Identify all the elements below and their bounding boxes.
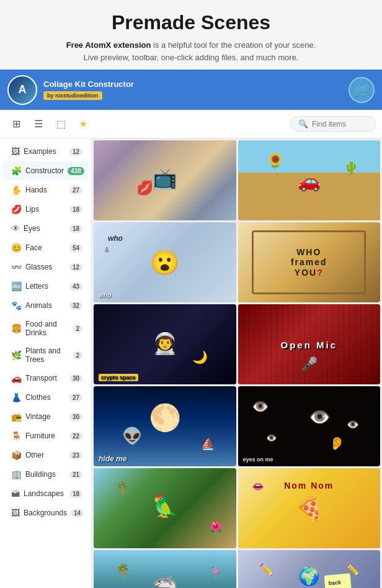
sidebar-item-vintage[interactable]: 📻 Vintage 30 — [2, 407, 89, 426]
scene-card[interactable]: 👨‍🚀 🌙 crypto space — [94, 304, 236, 384]
scene-card[interactable]: Open Mic 🎤 — [238, 304, 381, 384]
letters-badge: 43 — [69, 283, 82, 291]
scene-content: 🦈 🌴 🦩 SHARK powerful — [94, 550, 236, 588]
scene-content: WHOframedYOU? — [238, 222, 381, 302]
scene-content: 🌍 ✏️ ✏️ 📚 backtoSchool — [238, 550, 381, 588]
scene-grid: 📺 💋 🚗 🌻 🌵 — [92, 138, 382, 588]
other-icon: 📦 — [11, 450, 22, 460]
sidebar-item-hands[interactable]: ✋ Hands 27 — [2, 181, 89, 199]
furniture-badge: 22 — [69, 432, 82, 440]
toolbar: ⊞ ☰ ⬚ ★ 🔍 — [0, 110, 382, 138]
animals-icon: 🐾 — [11, 301, 22, 310]
sidebar-item-food-drinks[interactable]: 🍔 Food and Drinks 2 — [2, 315, 89, 341]
toolbar-list-icon[interactable]: ☰ — [29, 114, 48, 134]
sidebar-item-animals[interactable]: 🐾 Animals 32 — [2, 296, 89, 315]
sidebar-item-buildings[interactable]: 🏢 Buildings 21 — [2, 465, 89, 484]
buildings-label: Buildings — [25, 470, 66, 479]
landscapes-label: Landscapes — [24, 489, 66, 498]
buildings-badge: 21 — [69, 471, 82, 479]
toolbar-icons: ⊞ ☰ ⬚ ★ — [6, 114, 93, 134]
scene-card[interactable]: WHOframedYOU? — [238, 222, 381, 302]
face-icon: 😊 — [11, 243, 22, 253]
hands-badge: 27 — [69, 186, 82, 194]
scene-card[interactable]: 🍕 Nom Nom 👄 — [238, 468, 381, 548]
sidebar-item-clothes[interactable]: 👗 Clothes 27 — [2, 388, 89, 407]
scene-card[interactable]: 🌍 ✏️ ✏️ 📚 backtoSchool — [238, 550, 381, 588]
sidebar-item-plants-trees[interactable]: 🌿 Plants and Trees 2 — [2, 342, 89, 368]
scene-card[interactable]: 😮 who & who — [94, 222, 236, 302]
toolbar-grid-icon[interactable]: ⬚ — [51, 114, 71, 134]
sidebar-item-other[interactable]: 📦 Other 23 — [2, 446, 89, 464]
scene-overlay: crypto space — [94, 368, 236, 384]
eyes-badge: 18 — [69, 225, 82, 233]
scene-card[interactable]: 🦜 🌴 🌺 — [94, 468, 236, 548]
toolbar-adjust-icon[interactable]: ⊞ — [6, 114, 26, 134]
sidebar-item-letters[interactable]: 🔤 Letters 43 — [2, 277, 89, 296]
backgrounds-icon: 🖼 — [11, 508, 20, 518]
scene-overlay: eyes on me — [238, 450, 381, 466]
scene-card[interactable]: 🌕 👽 ⛵ hide me — [94, 386, 236, 466]
clothes-icon: 👗 — [11, 392, 22, 402]
food-icon: 🍔 — [11, 323, 22, 333]
scene-text: crypto space — [99, 374, 138, 381]
scene-card[interactable]: 📺 💋 — [94, 140, 236, 220]
sidebar-item-examples[interactable]: 🖼 Examples 12 — [2, 142, 89, 161]
constructor-icon: 🧩 — [11, 166, 22, 176]
transport-icon: 🚗 — [11, 373, 22, 383]
animals-badge: 32 — [69, 302, 82, 310]
eyes-label: Eyes — [24, 224, 66, 233]
sidebar-item-face[interactable]: 😊 Face 54 — [2, 238, 89, 257]
scene-text: hide me — [99, 455, 127, 463]
scene-content: 📺 💋 — [94, 140, 236, 220]
subtitle-line2: Live preview, toolbar, one-click adding … — [84, 53, 299, 62]
buildings-icon: 🏢 — [11, 469, 22, 479]
app-container: A Collage Kit Constructor by nixstudioed… — [0, 70, 382, 588]
scene-content: 🚗 🌻 🌵 — [238, 140, 381, 220]
landscapes-badge: 18 — [69, 490, 82, 498]
banner-tag: by nixstudioedition — [43, 91, 102, 100]
sidebar-item-furniture[interactable]: 🪑 Furniture 22 — [2, 427, 89, 445]
food-badge: 2 — [73, 325, 82, 333]
main-content: 🖼 Examples 12 🧩 Constructor 438 ✋ Hands … — [0, 138, 382, 588]
search-input[interactable] — [312, 120, 368, 129]
app-banner: A Collage Kit Constructor by nixstudioed… — [0, 70, 382, 110]
sidebar-item-eyes[interactable]: 👁 Eyes 18 — [2, 219, 89, 238]
transport-label: Transport — [25, 374, 66, 382]
examples-badge: 12 — [69, 148, 82, 156]
toolbar-star-icon[interactable]: ★ — [73, 114, 93, 134]
sidebar-item-backgrounds[interactable]: 🖼 Backgrounds 14 — [2, 504, 89, 522]
lips-icon: 💋 — [11, 204, 22, 214]
logo-letter: A — [19, 83, 27, 96]
plants-icon: 🌿 — [11, 350, 22, 360]
scene-card[interactable]: 🦈 🌴 🦩 SHARK powerful — [94, 550, 236, 588]
lips-badge: 18 — [69, 206, 82, 214]
scene-card[interactable]: 👁️ 👁️ 👁️ 👁️ 👂 eyes on me — [238, 386, 381, 466]
clothes-badge: 27 — [69, 394, 82, 402]
subtitle-strong: Free AtomX extension — [66, 40, 151, 50]
scene-content: 🦜 🌴 🌺 — [94, 468, 236, 548]
glasses-badge: 12 — [69, 263, 82, 271]
eyes-icon: 👁 — [11, 224, 20, 233]
page-header: Premade Scenes Free AtomX extension is a… — [0, 0, 382, 70]
vintage-icon: 📻 — [11, 412, 22, 422]
search-icon: 🔍 — [298, 119, 308, 129]
transport-badge: 30 — [69, 374, 82, 382]
scene-text: who — [99, 292, 111, 299]
sidebar-item-transport[interactable]: 🚗 Transport 30 — [2, 369, 89, 387]
sidebar-item-constructor[interactable]: 🧩 Constructor 438 — [2, 161, 89, 180]
page-title: Premade Scenes — [12, 11, 370, 34]
clothes-label: Clothes — [25, 393, 66, 402]
sidebar-item-glasses[interactable]: 👓 Glasses 12 — [2, 258, 89, 276]
constructor-badge: 438 — [68, 167, 84, 175]
banner-cart-button[interactable]: 🛒 — [349, 77, 375, 103]
search-box[interactable]: 🔍 — [290, 116, 376, 132]
backgrounds-badge: 14 — [71, 509, 84, 517]
scene-card[interactable]: 🚗 🌻 🌵 — [238, 140, 381, 220]
constructor-label: Constructor — [25, 166, 64, 175]
sidebar-item-landscapes[interactable]: 🏔 Landscapes 18 — [2, 484, 89, 503]
lips-label: Lips — [25, 205, 66, 214]
sidebar-item-lips[interactable]: 💋 Lips 18 — [2, 200, 89, 219]
banner-title: Collage Kit Constructor — [43, 79, 134, 89]
page-subtitle: Free AtomX extension is a helpful tool f… — [12, 39, 370, 63]
glasses-icon: 👓 — [11, 262, 22, 272]
